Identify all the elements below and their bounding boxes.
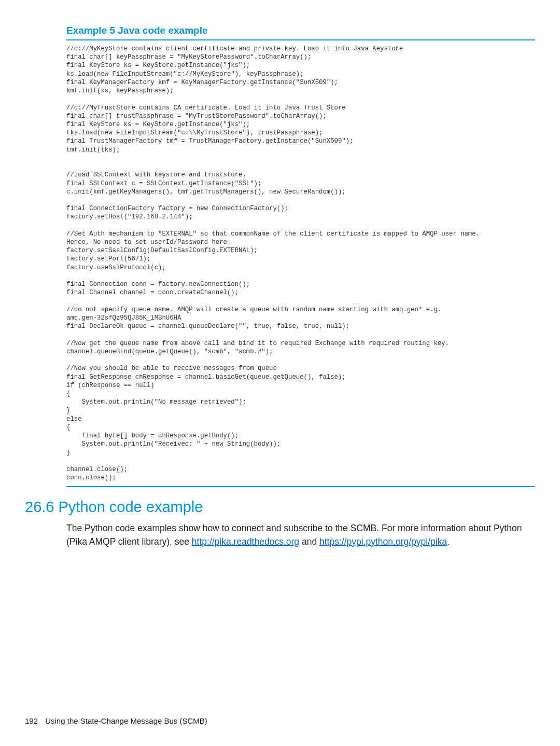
- page-number: 192: [25, 716, 38, 725]
- section-body: The Python code examples show how to con…: [66, 522, 533, 548]
- body-text-mid: and: [299, 536, 319, 547]
- link-pypi-pika[interactable]: https://pypi.python.org/pypi/pika: [319, 536, 447, 547]
- body-text-post: .: [447, 536, 450, 547]
- link-pika-readthedocs[interactable]: http://pika.readthedocs.org: [192, 536, 299, 547]
- footer-title: Using the State-Change Message Bus (SCMB…: [45, 716, 207, 725]
- page-footer: 192 Using the State-Change Message Bus (…: [25, 716, 207, 725]
- java-code-block: //c://MyKeyStore contains client certifi…: [66, 39, 535, 487]
- page-content: Example 5 Java code example //c://MyKeyS…: [0, 0, 560, 548]
- example-title: Example 5 Java code example: [66, 25, 535, 36]
- section-heading: 26.6 Python code example: [25, 499, 535, 516]
